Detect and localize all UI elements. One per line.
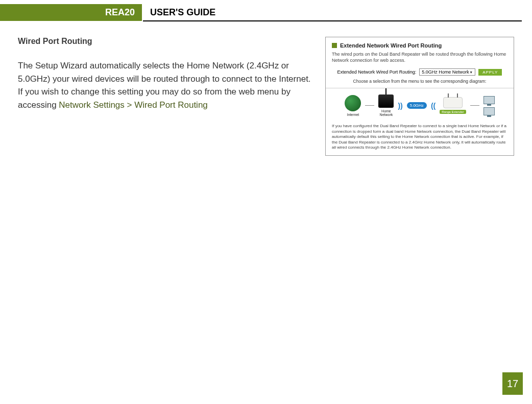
text-column: Wired Port Routing The Setup Wizard auto… xyxy=(18,37,314,156)
page-number: 17 xyxy=(502,372,523,395)
router-icon xyxy=(378,94,394,108)
ss-title-row: Extended Network Wired Port Routing xyxy=(332,42,507,49)
select-value: 5.0GHz Home Network xyxy=(422,69,469,75)
divider xyxy=(326,88,514,88)
embedded-screenshot: Extended Network Wired Port Routing The … xyxy=(325,37,514,156)
connector-line-2 xyxy=(470,105,479,106)
signal-in-icon: )) xyxy=(431,102,436,110)
signal-out-icon: )) xyxy=(398,102,402,110)
apply-button[interactable]: APPLY xyxy=(478,69,502,76)
router-node: Home Network xyxy=(378,94,394,116)
body-paragraph: The Setup Wizard automatically selects t… xyxy=(18,59,314,111)
ss-subtext: Choose a selection from the menu to see … xyxy=(332,79,507,84)
chevron-down-icon: ▼ xyxy=(469,70,473,74)
doc-title: USER'S GUIDE xyxy=(143,4,532,21)
ss-form-row: Extended Network Wired Port Routing: 5.0… xyxy=(332,68,507,76)
section-heading: Wired Port Routing xyxy=(18,37,314,46)
home-label: Home Network xyxy=(380,109,393,116)
internet-node: Internet xyxy=(345,95,361,116)
content-area: Wired Port Routing The Setup Wizard auto… xyxy=(0,21,532,156)
extender-label: Range Extender xyxy=(440,110,466,114)
ss-description: The wired ports on the Dual Band Repeate… xyxy=(332,52,507,63)
ss-footer-note: If you have configured the Dual Band Rep… xyxy=(332,124,507,150)
extender-icon xyxy=(443,97,463,108)
monitor-icon xyxy=(483,96,495,104)
band-select[interactable]: 5.0GHz Home Network ▼ xyxy=(419,68,475,76)
band-badge: 5.0GHz xyxy=(407,102,427,109)
ss-title: Extended Network Wired Port Routing xyxy=(340,42,442,49)
globe-icon xyxy=(345,95,361,111)
extender-node: Range Extender xyxy=(440,97,466,114)
network-diagram: Internet Home Network )) 5.0GHz )) Range… xyxy=(332,94,507,116)
model-badge: REA20 xyxy=(0,4,143,21)
body-accent-text: Network Settings > Wired Port Routing xyxy=(59,100,207,110)
monitor-icon xyxy=(483,107,495,115)
doc-header: REA20 USER'S GUIDE xyxy=(0,4,532,21)
square-bullet-icon xyxy=(332,43,337,48)
clients-node xyxy=(483,96,495,115)
connector-line xyxy=(365,105,374,106)
internet-label: Internet xyxy=(347,113,359,116)
ss-form-label: Extended Network Wired Port Routing: xyxy=(337,69,417,75)
